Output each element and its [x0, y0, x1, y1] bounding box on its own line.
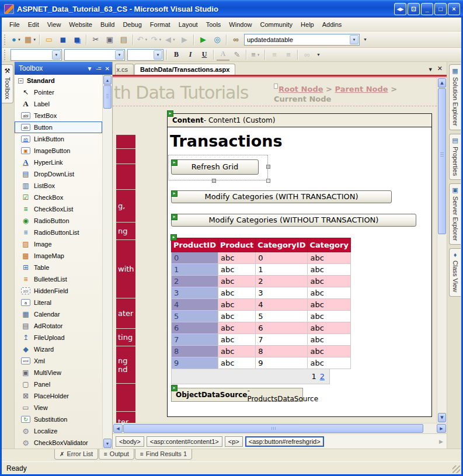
toolbar-button[interactable]: ●▼: [10, 33, 23, 46]
smart-tag-icon[interactable]: ▸: [171, 190, 177, 197]
smart-tag-icon[interactable]: ▸: [171, 159, 177, 166]
toolbox-item[interactable]: ▤ AdRotator: [15, 320, 102, 332]
toolbar-button[interactable]: ▭▼: [43, 33, 55, 46]
toolbox-side-tab[interactable]: ⚒ Toolbox: [2, 64, 13, 103]
toolbox-item[interactable]: ▤ DropDownList: [15, 168, 102, 180]
combo-dropdown-icon[interactable]: ▼: [154, 50, 162, 60]
menu-item[interactable]: File: [5, 19, 24, 30]
scroll-up-icon[interactable]: ▲: [438, 78, 446, 88]
toolbox-item[interactable]: a Literal: [15, 297, 102, 308]
toolbar-button[interactable]: ↷▼: [150, 33, 163, 46]
resize-handle[interactable]: [266, 165, 270, 169]
toolbar-button[interactable]: ∞▼: [229, 33, 242, 46]
combo-dropdown-icon[interactable]: ▼: [115, 50, 124, 60]
combo-dropdown-icon[interactable]: ▼: [350, 35, 358, 44]
toolbar-button[interactable]: ▼: [226, 34, 227, 45]
scrollbar-thumb[interactable]: [438, 88, 446, 234]
menu-item[interactable]: Window: [225, 19, 256, 30]
menu-item[interactable]: Community: [256, 19, 297, 30]
toolbar-button[interactable]: ◼▼: [57, 33, 69, 46]
font-name-combo[interactable]: ▼: [64, 49, 125, 61]
align-button[interactable]: ≡▼: [249, 48, 262, 61]
modify-with-transaction-button[interactable]: ▸ Modify Categories (WITH TRANSACTION): [171, 190, 392, 203]
bottom-tab[interactable]: ✗ Error List: [54, 449, 98, 460]
pin-icon[interactable]: -=: [96, 65, 101, 72]
window-control-button[interactable]: _: [421, 3, 433, 15]
tag-navigator-button[interactable]: <asp:content#content1>: [147, 436, 222, 447]
window-position-icon[interactable]: ▼: [87, 65, 93, 72]
tag-navigator-button[interactable]: <p>: [225, 436, 243, 447]
toolbox-item[interactable]: abl HiddenField: [15, 285, 102, 297]
toolbar-button[interactable]: ▦▼: [24, 33, 37, 46]
smart-tag-icon[interactable]: ▸: [170, 234, 177, 241]
grid-column-header[interactable]: CategoryID: [256, 238, 308, 252]
window-control-button[interactable]: ×: [448, 3, 460, 15]
tag-navigator-button[interactable]: <asp:button#refreshgrid>: [245, 436, 324, 447]
scroll-left-icon[interactable]: ◀: [113, 424, 123, 433]
tag-navigator-button[interactable]: <body>: [116, 436, 144, 447]
toolbar-button[interactable]: ▼: [193, 34, 194, 45]
menu-item[interactable]: Website: [65, 19, 96, 30]
nav-menu-item[interactable]: ater: [116, 298, 135, 328]
menu-item[interactable]: Addins: [318, 19, 346, 30]
nav-menu-item[interactable]: [116, 164, 135, 189]
pager-page-link[interactable]: 2: [320, 372, 325, 381]
toolbox-item[interactable]: ▨ Image: [15, 238, 102, 250]
grid-column-header[interactable]: Product: [218, 238, 255, 252]
design-horizontal-scrollbar[interactable]: ◀ ▶: [113, 423, 447, 433]
resize-grip[interactable]: [452, 465, 460, 473]
toolbox-item[interactable]: ≡ RadioButtonList: [15, 227, 102, 238]
highlight-button[interactable]: ✎: [231, 48, 243, 61]
menu-item[interactable]: Layout: [175, 19, 202, 30]
window-control-button[interactable]: ⊡: [408, 3, 420, 15]
document-tab[interactable]: BatchData/Transactions.aspx: [134, 64, 235, 75]
bottom-tab[interactable]: ≡ Find Results 1: [135, 449, 192, 460]
font-color-button[interactable]: A: [217, 48, 229, 61]
combo-dropdown-icon[interactable]: ▼: [52, 50, 61, 60]
toolbox-item[interactable]: xml Xml: [15, 355, 102, 367]
side-tab[interactable]: ▣ Server Explorer: [449, 183, 461, 245]
toolbox-item[interactable]: ▩ ImageMap: [15, 250, 102, 262]
underline-button[interactable]: U: [198, 48, 211, 61]
toolbox-item[interactable]: ▦ Calendar: [15, 308, 102, 320]
smart-tag-icon[interactable]: ▸: [171, 385, 177, 391]
breadcrumb-root-link[interactable]: Root Node: [279, 85, 323, 93]
toolbox-group-standard[interactable]: − Standard: [15, 75, 102, 86]
content-control[interactable]: ▸ Content - Content1 (Custom) Transactio…: [167, 113, 432, 417]
nav-menu-item[interactable]: [116, 134, 135, 148]
toolbox-scrollbar[interactable]: ▲ ▼: [102, 75, 112, 449]
find-combo[interactable]: updatedatatable ▼: [244, 34, 360, 46]
toolbox-item[interactable]: abl TextBox: [15, 110, 102, 121]
toolbar-overflow-icon[interactable]: ▼: [316, 53, 321, 57]
design-vertical-scrollbar[interactable]: ▲ ▼: [437, 78, 447, 423]
modify-without-transaction-button[interactable]: ▸ Modify Categories (WITHOUT TRANSACTION…: [171, 214, 416, 227]
nav-menu-item[interactable]: with: [116, 239, 135, 298]
side-tab[interactable]: ▦ Solution Explorer: [449, 64, 461, 130]
toolbox-item[interactable]: ↥ FileUpload: [15, 332, 102, 343]
toolbar-button[interactable]: ↶▼: [136, 33, 149, 46]
menu-item[interactable]: Format: [146, 19, 175, 30]
grid-column-header[interactable]: Category: [308, 238, 350, 252]
design-surface[interactable]: th Data Tutorials Root Node > Parent Nod…: [113, 78, 447, 423]
scroll-up-icon[interactable]: ▲: [103, 75, 112, 85]
bullet-list-button[interactable]: ≡: [268, 48, 281, 61]
nav-menu-item[interactable]: [116, 148, 135, 164]
toolbox-item[interactable]: A HyperLink: [15, 157, 102, 168]
scrollbar-thumb[interactable]: [123, 424, 423, 433]
toolbox-item[interactable]: ≡ BulletedList: [15, 273, 102, 285]
bold-button[interactable]: B: [170, 48, 183, 61]
menu-item[interactable]: Debug: [119, 19, 145, 30]
toolbar-button[interactable]: ▼: [86, 34, 87, 45]
toolbar-button[interactable]: ✂▼: [89, 33, 102, 46]
toolbox-item[interactable]: ↖ Pointer: [15, 86, 102, 98]
nav-menu-item[interactable]: ting: [116, 328, 135, 346]
scroll-down-icon[interactable]: ▼: [103, 439, 112, 448]
toolbox-item[interactable]: ≡ CheckBoxList: [15, 203, 102, 215]
toolbox-item[interactable]: ⊞ Table: [15, 262, 102, 273]
toolbar-button[interactable]: ◼▼: [71, 33, 83, 46]
toolbox-item[interactable]: ▢ Panel: [15, 378, 102, 390]
nav-menu-item[interactable]: [116, 383, 135, 411]
toolbox-item[interactable]: ⚙ Localize: [15, 425, 102, 437]
toolbox-item[interactable]: ab Button: [15, 121, 102, 133]
target-schema-combo[interactable]: ▼: [11, 49, 62, 61]
